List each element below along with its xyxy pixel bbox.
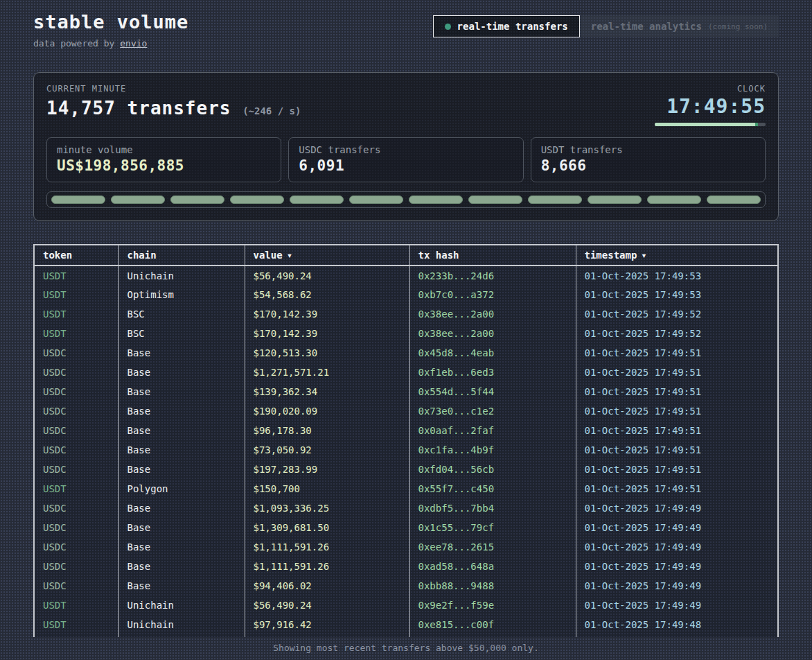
tab-bar: real-time transfers real-time analytics … bbox=[433, 15, 779, 37]
tab-real-time-transfers[interactable]: real-time transfers bbox=[433, 15, 580, 37]
column-header-tx-hash: tx hash bbox=[409, 245, 576, 266]
tx-hash-cell[interactable]: 0xad58...648a bbox=[409, 557, 576, 576]
chain-cell: BSC bbox=[118, 304, 245, 324]
transfers-table: tokenchainvalue▾tx hashtimestamp▾ USDTUn… bbox=[33, 244, 779, 637]
live-indicator-icon bbox=[445, 24, 451, 30]
hero-top-row: CURRENT MINUTE 14,757 transfers (~246 / … bbox=[46, 84, 766, 126]
chain-cell: Unichain bbox=[118, 596, 245, 615]
sort-descending-icon: ▾ bbox=[287, 250, 292, 261]
minute-progress-bar bbox=[46, 191, 766, 208]
token-cell: USDC bbox=[34, 440, 118, 460]
value-cell: $56,490.24 bbox=[245, 266, 409, 285]
column-header-value[interactable]: value▾ bbox=[245, 245, 409, 266]
tab-real-time-analytics[interactable]: real-time analytics (coming soon) bbox=[580, 15, 779, 37]
chain-cell: Base bbox=[118, 343, 245, 363]
progress-segment bbox=[528, 196, 582, 204]
column-header-timestamp[interactable]: timestamp▾ bbox=[576, 245, 778, 266]
chain-cell: Base bbox=[118, 401, 245, 421]
tx-hash-cell[interactable]: 0x45d8...4eab bbox=[409, 343, 576, 363]
table-row: USDTBSC$170,142.390x38ee...2a0001-Oct-20… bbox=[34, 304, 778, 324]
token-cell: USDC bbox=[34, 518, 118, 537]
tx-hash-cell[interactable]: 0x9e2f...f59e bbox=[409, 596, 576, 615]
tx-hash-cell[interactable]: 0xb7c0...a372 bbox=[409, 285, 576, 304]
value-cell: $73,050.92 bbox=[245, 440, 409, 460]
tx-hash-cell[interactable]: 0x38ee...2a00 bbox=[409, 324, 576, 343]
table-row: USDTPolygon$150,7000x55f7...c45001-Oct-2… bbox=[34, 479, 778, 498]
token-cell: USDC bbox=[34, 363, 118, 382]
value-cell: $150,700 bbox=[245, 479, 409, 498]
transfers-table-wrap: tokenchainvalue▾tx hashtimestamp▾ USDTUn… bbox=[33, 244, 779, 637]
column-header-label: chain bbox=[127, 250, 157, 261]
token-cell: USDC bbox=[34, 576, 118, 596]
transfer-count-value: 14,757 bbox=[46, 98, 116, 119]
page: stable volume data powered by envio real… bbox=[0, 0, 812, 660]
token-cell: USDC bbox=[34, 557, 118, 576]
footer-note: Showing most recent transfers above $50,… bbox=[33, 637, 779, 660]
tx-hash-cell[interactable]: 0x233b...24d6 bbox=[409, 266, 576, 285]
stat-value: 6,091 bbox=[299, 157, 513, 174]
tx-hash-cell[interactable]: 0x73e0...c1e2 bbox=[409, 401, 576, 421]
transfers-tbody: USDTUnichain$56,490.240x233b...24d601-Oc… bbox=[34, 266, 778, 637]
column-header-label: value bbox=[254, 250, 283, 261]
value-cell: $120,513.30 bbox=[245, 343, 409, 363]
table-row: USDTUnichain$56,490.240x9e2f...f59e01-Oc… bbox=[34, 596, 778, 615]
table-row: USDCBase$1,271,571.210xf1eb...6ed301-Oct… bbox=[34, 363, 778, 382]
chain-cell: Unichain bbox=[118, 615, 245, 634]
timestamp-cell: 01-Oct-2025 17:49:49 bbox=[576, 576, 778, 596]
table-row: USDCBase$1,093,336.250xdbf5...7bb401-Oct… bbox=[34, 498, 778, 518]
envio-link[interactable]: envio bbox=[120, 38, 147, 49]
chain-cell: Base bbox=[118, 576, 245, 596]
progress-segment bbox=[647, 196, 701, 204]
progress-segment bbox=[290, 196, 344, 204]
tx-hash-cell[interactable]: 0x55f7...c450 bbox=[409, 479, 576, 498]
tx-hash-cell[interactable]: 0xf1eb...6ed3 bbox=[409, 363, 576, 382]
progress-segment bbox=[588, 196, 642, 204]
token-cell: USDT bbox=[34, 304, 118, 324]
token-cell: USDT bbox=[34, 615, 118, 634]
column-header-label: token bbox=[43, 250, 72, 261]
timestamp-cell: 01-Oct-2025 17:49:53 bbox=[576, 266, 778, 285]
tx-hash-cell[interactable]: 0xc1fa...4b9f bbox=[409, 440, 576, 460]
tx-hash-cell[interactable]: 0xfd04...56cb bbox=[409, 460, 576, 479]
table-row: USDTBSC$170,142.390x38ee...2a0001-Oct-20… bbox=[34, 324, 778, 343]
tx-hash-cell[interactable]: 0xbb88...9488 bbox=[409, 576, 576, 596]
table-row: USDCBase$96,178.300x0aaf...2faf01-Oct-20… bbox=[34, 421, 778, 440]
tx-hash-cell[interactable]: 0x554d...5f44 bbox=[409, 382, 576, 401]
tx-hash-cell[interactable]: 0xdbf5...7bb4 bbox=[409, 498, 576, 518]
progress-segment bbox=[349, 196, 403, 204]
transfer-count-block: CURRENT MINUTE 14,757 transfers (~246 / … bbox=[46, 84, 301, 119]
timestamp-cell: 01-Oct-2025 17:49:52 bbox=[576, 324, 778, 343]
tx-hash-cell[interactable]: 0xee78...2615 bbox=[409, 537, 576, 557]
timestamp-cell: 01-Oct-2025 17:49:51 bbox=[576, 343, 778, 363]
page-title: stable volume bbox=[33, 11, 188, 33]
timestamp-cell: 01-Oct-2025 17:49:49 bbox=[576, 557, 778, 576]
table-row: USDTUnichain$97,916.420xe815...c00f01-Oc… bbox=[34, 615, 778, 634]
tx-hash-cell[interactable]: 0xe815...c00f bbox=[409, 615, 576, 634]
token-cell: USDC bbox=[34, 421, 118, 440]
table-row: USDCBase$73,050.920xc1fa...4b9f01-Oct-20… bbox=[34, 440, 778, 460]
chain-cell: Base bbox=[118, 557, 245, 576]
subtitle-prefix: data powered by bbox=[33, 38, 120, 49]
token-cell: USDC bbox=[34, 382, 118, 401]
timestamp-cell: 01-Oct-2025 17:49:51 bbox=[576, 363, 778, 382]
header: stable volume data powered by envio real… bbox=[33, 8, 779, 49]
chain-cell: Base bbox=[118, 382, 245, 401]
tab-label: real-time analytics bbox=[591, 21, 702, 32]
transfer-count-unit: transfers bbox=[127, 98, 231, 119]
title-block: stable volume data powered by envio bbox=[33, 8, 188, 49]
value-cell: $94,406.02 bbox=[245, 576, 409, 596]
progress-segment bbox=[230, 196, 284, 204]
token-cell: USDC bbox=[34, 343, 118, 363]
table-row: USDTUnichain$56,490.240x233b...24d601-Oc… bbox=[34, 266, 778, 285]
timestamp-cell: 01-Oct-2025 17:49:52 bbox=[576, 304, 778, 324]
transfer-count: 14,757 transfers (~246 / s) bbox=[46, 98, 301, 119]
stat-minute-volume: minute volume US$198,856,885 bbox=[46, 137, 281, 182]
chain-cell: Base bbox=[118, 460, 245, 479]
tx-hash-cell[interactable]: 0x0aaf...2faf bbox=[409, 421, 576, 440]
timestamp-cell: 01-Oct-2025 17:49:51 bbox=[576, 460, 778, 479]
tx-hash-cell[interactable]: 0x38ee...2a00 bbox=[409, 304, 576, 324]
stat-usdc-transfers: USDC transfers 6,091 bbox=[288, 137, 523, 182]
timestamp-cell: 01-Oct-2025 17:49:51 bbox=[576, 421, 778, 440]
tx-hash-cell[interactable]: 0x1c55...79cf bbox=[409, 518, 576, 537]
table-row: USDCBase$1,111,591.260xee78...261501-Oct… bbox=[34, 537, 778, 557]
